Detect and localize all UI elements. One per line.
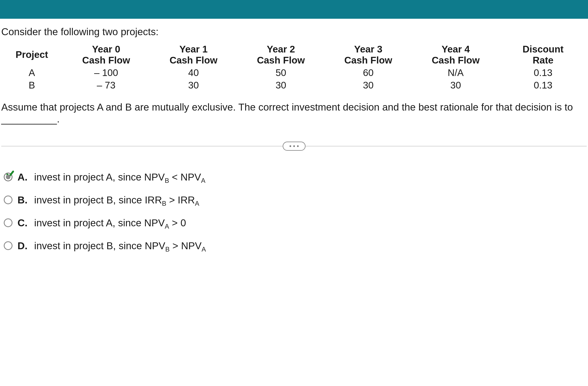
col-header-year2: Year 2Cash Flow — [237, 44, 325, 66]
option-text: invest in project A, since NPVB < NPVA — [34, 171, 587, 183]
cell-B-y1: 30 — [150, 80, 237, 91]
cell-A-dr: 0.13 — [499, 67, 587, 78]
ellipsis-icon — [297, 145, 299, 147]
cell-B-dr: 0.13 — [499, 80, 587, 91]
cell-B-y4: 30 — [412, 80, 500, 91]
option-B[interactable]: B. invest in project B, since IRRB > IRR… — [4, 194, 587, 206]
option-text: invest in project B, since NPVB > NPVA — [34, 240, 587, 251]
col-header-project: Project — [1, 49, 63, 60]
col-header-year0: Year 0Cash Flow — [63, 44, 150, 66]
checkmark-icon — [6, 170, 15, 178]
divider-section — [1, 146, 587, 146]
cell-A-y0: – 100 — [63, 67, 150, 78]
cell-A-y3: 60 — [325, 67, 412, 78]
option-letter: B. — [18, 194, 29, 206]
col-header-year3: Year 3Cash Flow — [325, 44, 412, 66]
option-C[interactable]: C. invest in project A, since NPVA > 0 — [4, 217, 587, 229]
cell-B-y2: 30 — [237, 80, 325, 91]
answer-options: A. invest in project A, since NPVB < NPV… — [1, 171, 587, 251]
cell-B-proj: B — [1, 80, 63, 91]
col-header-discount: DiscountRate — [499, 44, 587, 66]
radio-A[interactable] — [4, 173, 13, 181]
option-letter: D. — [18, 240, 29, 251]
option-letter: A. — [18, 171, 29, 183]
radio-D[interactable] — [4, 241, 13, 250]
option-D[interactable]: D. invest in project B, since NPVB > NPV… — [4, 240, 587, 251]
radio-C[interactable] — [4, 218, 13, 227]
col-header-year4: Year 4Cash Flow — [412, 44, 500, 66]
option-text: invest in project B, since IRRB > IRRA — [34, 194, 587, 206]
question-intro: Consider the following two projects: — [1, 26, 587, 38]
cell-B-y0: – 73 — [63, 80, 150, 91]
cell-A-proj: A — [1, 67, 63, 78]
ellipsis-icon — [290, 145, 291, 147]
col-header-year1: Year 1Cash Flow — [150, 44, 237, 66]
option-letter: C. — [18, 217, 29, 229]
expand-toggle-button[interactable] — [283, 142, 306, 151]
cell-A-y1: 40 — [150, 67, 237, 78]
ellipsis-icon — [293, 145, 295, 147]
radio-B[interactable] — [4, 196, 13, 204]
cell-A-y2: 50 — [237, 67, 325, 78]
question-content: Consider the following two projects: Pro… — [0, 19, 588, 275]
app-header-bar — [0, 0, 588, 19]
question-prompt: Assume that projects A and B are mutuall… — [1, 101, 587, 125]
option-A[interactable]: A. invest in project A, since NPVB < NPV… — [4, 171, 587, 183]
option-text: invest in project A, since NPVA > 0 — [34, 217, 587, 229]
cell-A-y4: N/A — [412, 67, 500, 78]
cell-B-y3: 30 — [325, 80, 412, 91]
cashflow-table: Project Year 0Cash Flow Year 1Cash Flow … — [1, 44, 587, 91]
